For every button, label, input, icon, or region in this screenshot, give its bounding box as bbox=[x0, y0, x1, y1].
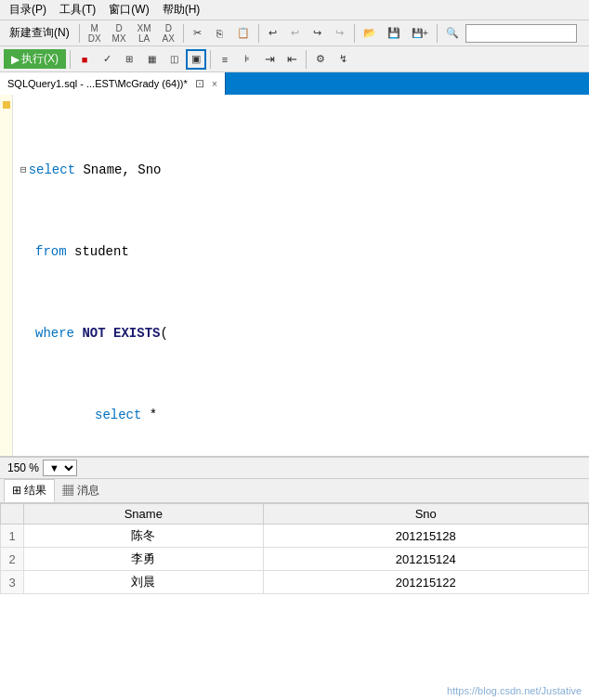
menu-item-tools[interactable]: 工具(T) bbox=[54, 0, 101, 19]
undo2-button[interactable]: ↩ bbox=[285, 23, 306, 44]
results-panel: ⊞ 结果 ▦ 消息 Sname Sno 1 陈冬 201215128 bbox=[0, 479, 589, 700]
paste-button[interactable]: 📋 bbox=[232, 23, 255, 44]
menu-item-file[interactable]: 目录(P) bbox=[4, 0, 52, 19]
save-button[interactable]: 💾 bbox=[383, 23, 405, 44]
code-sname: Sname bbox=[83, 160, 122, 180]
dax-button[interactable]: DAX bbox=[158, 23, 179, 44]
indent-button[interactable]: ⇥ bbox=[259, 49, 280, 70]
toolbar1: 新建查询(N) MDX DMX XMLA DAX ✂ ⎘ 📋 ↩ ↩ ↪ ↪ 📂… bbox=[0, 20, 589, 46]
menu-item-help[interactable]: 帮助(H) bbox=[157, 0, 206, 19]
kw-select-2: select bbox=[95, 405, 150, 425]
separator2 bbox=[183, 24, 184, 43]
gutter-marker-1 bbox=[3, 101, 10, 109]
menu-bar: 目录(P) 工具(T) 窗口(W) 帮助(H) bbox=[0, 0, 589, 20]
status-bar: 150 % ▼ bbox=[0, 457, 589, 479]
open-button[interactable]: 📂 bbox=[359, 23, 381, 44]
tab-close-icon[interactable]: × bbox=[212, 78, 217, 89]
tab-title: SQLQuery1.sql - ...EST\McGrady (64))* bbox=[7, 78, 188, 89]
toolbar2: ▶ ▶ 执行(X) 执行(X) ■ ✓ ⊞ ▦ ◫ ▣ ≡ ⊧ ⇥ ⇤ ⚙ ↯ bbox=[0, 46, 589, 72]
zoom-dropdown[interactable]: ▼ bbox=[43, 460, 77, 476]
tab-pin-icon[interactable]: ⊡ bbox=[195, 77, 204, 90]
copy-button[interactable]: ⎘ bbox=[210, 23, 230, 44]
row3-sno: 201215122 bbox=[263, 571, 588, 594]
redo2-button[interactable]: ↪ bbox=[330, 23, 350, 44]
code-line-3: where NOT EXISTS( bbox=[20, 323, 582, 344]
main-area: SQLQuery1.sql - ...EST\McGrady (64))* ⊡ … bbox=[0, 72, 589, 700]
code-line-1: ⊟select Sname, Sno bbox=[20, 160, 582, 180]
query-tab[interactable]: SQLQuery1.sql - ...EST\McGrady (64))* ⊡ … bbox=[0, 72, 226, 95]
search-tb-button[interactable]: 🔍 bbox=[441, 23, 464, 44]
watermark: https://blog.csdn.net/Justative bbox=[447, 685, 582, 696]
parse-button[interactable]: ✓ bbox=[97, 49, 117, 70]
row3-sname: 刘晨 bbox=[24, 571, 264, 594]
execute-icon: ▶ bbox=[11, 53, 20, 66]
row1-sname: 陈冬 bbox=[24, 525, 264, 548]
extra1-button[interactable]: ⚙ bbox=[310, 49, 331, 70]
disp1-button[interactable]: ⊞ bbox=[119, 49, 139, 70]
results-table-container: Sname Sno 1 陈冬 201215128 2 李勇 201215124 bbox=[0, 503, 589, 594]
gutter-line-6 bbox=[0, 197, 12, 217]
disp3-button[interactable]: ◫ bbox=[164, 49, 184, 70]
disp2-button[interactable]: ▦ bbox=[141, 49, 162, 70]
row1-sno: 201215128 bbox=[263, 525, 588, 548]
code-sno: Sno bbox=[130, 160, 162, 180]
separator3 bbox=[258, 24, 259, 43]
row2-sname: 李勇 bbox=[24, 548, 264, 571]
row-num-2: 2 bbox=[1, 548, 24, 571]
dmx-button[interactable]: DMX bbox=[108, 23, 131, 44]
separator5 bbox=[437, 24, 438, 43]
gutter-line-3 bbox=[0, 136, 12, 156]
col-header-rownum bbox=[1, 504, 24, 525]
line-gutter bbox=[0, 95, 13, 456]
disp4-button[interactable]: ▣ bbox=[186, 49, 206, 70]
mdx-button[interactable]: MDX bbox=[84, 23, 106, 44]
gutter-line-2 bbox=[0, 115, 12, 136]
row-num-1: 1 bbox=[1, 525, 24, 548]
execute-button[interactable]: ▶ ▶ 执行(X) 执行(X) bbox=[4, 49, 66, 69]
stop-button[interactable]: ■ bbox=[74, 49, 95, 70]
align-left-button[interactable]: ≡ bbox=[215, 49, 235, 70]
results-table: Sname Sno 1 陈冬 201215128 2 李勇 201215124 bbox=[0, 503, 589, 594]
code-line-4: select * bbox=[20, 405, 582, 425]
gutter-line-7 bbox=[0, 217, 12, 238]
row-num-3: 3 bbox=[1, 571, 24, 594]
separator4 bbox=[354, 24, 355, 43]
editor-container: ⊟select Sname, Sno from student where NO… bbox=[0, 95, 589, 457]
cut-button[interactable]: ✂ bbox=[188, 23, 208, 44]
tab-messages[interactable]: ▦ 消息 bbox=[55, 480, 106, 501]
undo-button[interactable]: ↩ bbox=[263, 23, 283, 44]
outdent-button[interactable]: ⇤ bbox=[281, 49, 302, 70]
kw-not-exists: NOT EXISTS bbox=[82, 323, 160, 344]
code-editor[interactable]: ⊟select Sname, Sno from student where NO… bbox=[13, 95, 589, 456]
code-star: * bbox=[150, 405, 157, 425]
separator7 bbox=[210, 50, 211, 69]
table-row: 3 刘晨 201215122 bbox=[1, 571, 589, 594]
col-header-sno: Sno bbox=[263, 504, 588, 525]
menu-item-window[interactable]: 窗口(W) bbox=[103, 0, 154, 19]
search-input[interactable] bbox=[465, 24, 577, 43]
new-query-button[interactable]: 新建查询(N) bbox=[4, 23, 75, 43]
extra2-button[interactable]: ↯ bbox=[333, 49, 353, 70]
code-student: student bbox=[74, 241, 129, 262]
saveas-button[interactable]: 💾+ bbox=[407, 23, 433, 44]
redo-button[interactable]: ↪ bbox=[308, 23, 328, 44]
gutter-line-5 bbox=[0, 176, 12, 197]
code-line-2: from student bbox=[20, 241, 582, 262]
xmla-button[interactable]: XMLA bbox=[133, 23, 156, 44]
tab-results[interactable]: ⊞ 结果 bbox=[4, 479, 55, 502]
separator6 bbox=[70, 50, 71, 69]
zoom-level: 150 % bbox=[7, 461, 39, 474]
gutter-line-1 bbox=[0, 95, 12, 115]
table-row: 2 李勇 201215124 bbox=[1, 548, 589, 571]
tab-bar: SQLQuery1.sql - ...EST\McGrady (64))* ⊡ … bbox=[0, 72, 589, 95]
collapse-icon-1[interactable]: ⊟ bbox=[20, 160, 27, 180]
separator1 bbox=[79, 24, 80, 43]
col-header-sname: Sname bbox=[24, 504, 264, 525]
kw-select-1: select bbox=[29, 160, 84, 180]
results-tabs: ⊞ 结果 ▦ 消息 bbox=[0, 479, 589, 503]
table-row: 1 陈冬 201215128 bbox=[1, 525, 589, 548]
separator8 bbox=[306, 50, 307, 69]
kw-from-1: from bbox=[35, 241, 74, 262]
align-mid-button[interactable]: ⊧ bbox=[237, 49, 257, 70]
row2-sno: 201215124 bbox=[263, 548, 588, 571]
